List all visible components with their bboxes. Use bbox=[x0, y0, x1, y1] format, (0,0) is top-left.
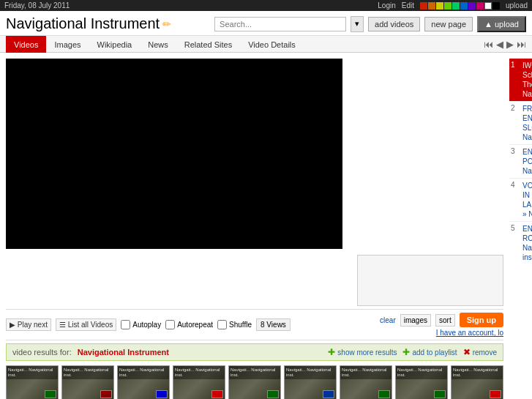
color-chip[interactable] bbox=[492, 2, 500, 10]
views-badge: 8 Views bbox=[256, 318, 291, 331]
tab-news[interactable]: News bbox=[140, 36, 176, 53]
images-btn[interactable]: images bbox=[400, 314, 431, 327]
playlist-item[interactable]: 4 VOCABULARY IN 20 LANGUAGES » N... 1:43 bbox=[509, 179, 532, 222]
playlist-item[interactable]: 3 ENGLISH PORTUGUESE Navigational ... 1:… bbox=[509, 145, 532, 179]
tab-video-details[interactable]: Video Details bbox=[240, 36, 304, 53]
title-area: Navigational Instrument ✏ bbox=[6, 15, 171, 32]
list-all-button[interactable]: ☰ List all Videos bbox=[56, 318, 116, 331]
item-number: 2 bbox=[511, 104, 520, 112]
item-number: 1 bbox=[511, 61, 520, 69]
item-number: 5 bbox=[511, 224, 520, 232]
thumb-flag bbox=[378, 390, 390, 398]
signup-button[interactable]: Sign up bbox=[460, 313, 503, 327]
item-title: VOCABULARY IN 20 LANGUAGES » N... bbox=[522, 181, 532, 219]
thumbnail-item[interactable]: Navigati... Navigational inst. ENGLISH P… bbox=[228, 365, 281, 399]
nav-prev-icon[interactable]: ◀ bbox=[496, 39, 503, 50]
thumb-overlay: Navigati... Navigational inst. bbox=[7, 366, 58, 379]
thumb-overlay: Navigati... Navigational inst. bbox=[229, 366, 280, 379]
plus-icon: ✚ bbox=[402, 347, 410, 357]
minus-icon: ✖ bbox=[463, 347, 471, 357]
new-page-button[interactable]: new page bbox=[424, 17, 473, 31]
item-title: IWC Schaffhausen - The Spirit of Navig..… bbox=[522, 61, 532, 99]
item-title: ENGLISH PORTUGUESE Navigational ... bbox=[522, 147, 532, 176]
thumbnail-item[interactable]: Navigati... Navigational inst. FROM ENGL… bbox=[451, 365, 503, 399]
thumbnail-item[interactable]: Navigati... Navigational inst. FROM ENGL… bbox=[117, 365, 170, 399]
video-player[interactable] bbox=[6, 59, 342, 249]
thumb-flag bbox=[156, 390, 168, 398]
color-chip[interactable] bbox=[452, 2, 460, 10]
color-chip[interactable] bbox=[420, 2, 427, 10]
results-label: video results for: bbox=[12, 348, 72, 357]
topbar: Friday, 08 July 2011 Login Edit upload bbox=[0, 0, 532, 11]
search-input[interactable] bbox=[214, 17, 346, 31]
thumbnail-item[interactable]: Navigati... Navigational inst. ENGLISH I… bbox=[6, 365, 59, 399]
remove-btn[interactable]: ✖ remove bbox=[463, 347, 497, 357]
thumb-overlay: Navigati... Navigational inst. bbox=[118, 366, 169, 379]
autoplay-checkbox[interactable] bbox=[121, 320, 130, 329]
player-ad-box bbox=[357, 255, 503, 306]
results-actions: ✚ show more results ✚ add to playlist ✖ … bbox=[328, 347, 497, 357]
results-query: Navigational Instrument bbox=[78, 348, 169, 357]
nav-prev-prev-icon[interactable]: ⏮ bbox=[484, 39, 493, 50]
thumb-overlay: Navigati... Navigational inst. bbox=[452, 366, 503, 379]
autorepeat-checkbox-label[interactable]: Autorepeat bbox=[165, 320, 213, 329]
thumbnail-item[interactable]: Navigati... Navigational inst. ENGLISH E… bbox=[284, 365, 337, 399]
nav-next-icon[interactable]: ▶ bbox=[506, 39, 514, 50]
header-controls: ▾ add videos new page ▲ upload bbox=[214, 16, 526, 32]
thumbnail-item[interactable]: Navigati... Navigational inst. ENGLISH L… bbox=[61, 365, 114, 399]
thumb-image: Navigati... Navigational inst. bbox=[173, 365, 225, 399]
topbar-date: Friday, 08 July 2011 bbox=[4, 1, 70, 10]
upload-btn-top[interactable]: upload bbox=[506, 1, 528, 10]
color-chip[interactable] bbox=[468, 2, 476, 10]
thumb-image: Navigati... Navigational inst. bbox=[6, 365, 59, 399]
autorepeat-checkbox[interactable] bbox=[165, 320, 175, 329]
thumb-flag bbox=[267, 390, 279, 398]
thumb-image: Navigati... Navigational inst. bbox=[61, 365, 114, 399]
edit-link[interactable]: Edit bbox=[402, 1, 414, 10]
color-chip[interactable] bbox=[476, 2, 484, 10]
add-to-playlist-btn[interactable]: ✚ add to playlist bbox=[402, 347, 457, 357]
player-area: ▶ Play next ☰ List all Videos Autoplay A… bbox=[6, 59, 503, 399]
upload-button[interactable]: ▲ upload bbox=[477, 16, 526, 32]
results-bar: video results for: Navigational Instrume… bbox=[6, 343, 503, 361]
playlist-item[interactable]: 2 FROM ENGLISH TO SLOVAK » Navigat... 1:… bbox=[509, 102, 532, 145]
playlist-item[interactable]: 5 ENGLISH ROMANIAN Navigational inst... … bbox=[509, 222, 532, 264]
thumbnail-item[interactable]: Navigati... Navigational inst. FROM ENGL… bbox=[340, 365, 392, 399]
shuffle-checkbox[interactable] bbox=[217, 320, 227, 329]
clear-link[interactable]: clear bbox=[380, 316, 396, 324]
thumb-flag bbox=[45, 390, 56, 398]
color-chip[interactable] bbox=[484, 2, 492, 10]
nav-next-next-icon[interactable]: ⏭ bbox=[517, 39, 526, 50]
playlist-item[interactable]: 1 IWC Schaffhausen - The Spirit of Navig… bbox=[509, 59, 532, 102]
tab-images[interactable]: Images bbox=[46, 36, 89, 53]
tab-wikipedia[interactable]: Wikipedia bbox=[89, 36, 141, 53]
edit-pencil-icon[interactable]: ✏ bbox=[162, 18, 171, 30]
search-dropdown-btn[interactable]: ▾ bbox=[351, 16, 364, 32]
thumbnail-item[interactable]: Navigati... Navigational inst. LEARN POR… bbox=[395, 365, 448, 399]
tab-navigation: ⏮ ◀ ▶ ⏭ bbox=[484, 39, 526, 50]
color-chip[interactable] bbox=[460, 2, 468, 10]
tab-videos[interactable]: Videos bbox=[6, 36, 46, 53]
thumb-flag bbox=[100, 390, 112, 398]
play-next-button[interactable]: ▶ Play next bbox=[6, 318, 51, 331]
show-more-btn[interactable]: ✚ show more results bbox=[328, 347, 397, 357]
add-videos-button[interactable]: add videos bbox=[368, 17, 420, 31]
thumb-image: Navigati... Navigational inst. bbox=[284, 365, 337, 399]
autoplay-checkbox-label[interactable]: Autoplay bbox=[121, 320, 161, 329]
color-chip[interactable] bbox=[436, 2, 443, 10]
tab-related-sites[interactable]: Related Sites bbox=[176, 36, 240, 53]
color-chip[interactable] bbox=[428, 2, 435, 10]
sort-btn[interactable]: sort bbox=[435, 314, 455, 327]
thumbnail-item[interactable]: Navigati... Navigational inst. LEARN SLO… bbox=[173, 365, 225, 399]
thumb-overlay: Navigati... Navigational inst. bbox=[285, 366, 336, 379]
thumb-flag bbox=[434, 390, 446, 398]
shuffle-checkbox-label[interactable]: Shuffle bbox=[217, 320, 252, 329]
thumb-image: Navigati... Navigational inst. bbox=[395, 365, 448, 399]
thumb-overlay: Navigati... Navigational inst. bbox=[396, 366, 447, 379]
color-chip[interactable] bbox=[444, 2, 452, 10]
login-link[interactable]: Login bbox=[378, 1, 395, 10]
account-link[interactable]: I have an account, lo bbox=[436, 329, 503, 337]
color-chips bbox=[420, 2, 500, 10]
page-title: Navigational Instrument bbox=[6, 15, 160, 32]
thumb-image: Navigati... Navigational inst. bbox=[340, 365, 392, 399]
